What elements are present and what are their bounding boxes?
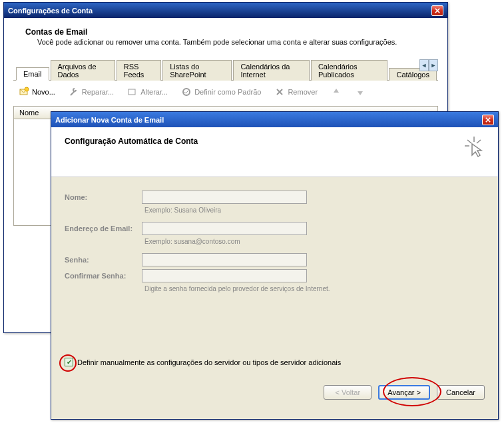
new-icon	[19, 87, 29, 97]
tab-scroll-arrows: ◄ ►	[419, 59, 438, 71]
tab-email[interactable]: Email	[16, 67, 49, 81]
toolbar: Novo... Reparar... Alterar... Definir co…	[13, 81, 438, 103]
new-button[interactable]: Novo...	[16, 85, 58, 99]
name-label: Nome:	[65, 193, 142, 201]
section-description: Você pode adicionar ou remover uma conta…	[37, 38, 438, 46]
password-field[interactable]	[142, 253, 307, 266]
arrow-up-icon	[331, 87, 342, 97]
email-field[interactable]	[142, 222, 307, 235]
back-button[interactable]: < Voltar	[324, 385, 372, 400]
wizard-body: Nome: Exemplo: Susana Oliveira Endereço …	[51, 177, 498, 377]
default-icon	[181, 87, 192, 97]
checkmark-icon: ✔	[67, 359, 72, 366]
checkbox-label: Definir manualmente as configurações do …	[77, 358, 341, 366]
remove-button[interactable]: Remover	[272, 85, 320, 99]
move-down-button[interactable]	[352, 85, 368, 99]
password-label: Senha:	[65, 256, 142, 264]
next-button[interactable]: Avançar >	[378, 385, 430, 400]
wizard-title: Configuração Automática de Conta	[65, 137, 198, 158]
svg-point-3	[183, 89, 190, 95]
name-field[interactable]	[142, 191, 307, 204]
change-label: Alterar...	[140, 88, 168, 96]
arrow-down-icon	[355, 87, 366, 97]
default-label: Definir como Padrão	[194, 88, 261, 96]
close-button[interactable]	[431, 5, 443, 16]
repair-icon	[69, 87, 79, 97]
remove-label: Remover	[288, 88, 318, 96]
titlebar[interactable]: Configurações de Conta	[4, 3, 447, 18]
add-email-account-window: Adicionar Nova Conta de Email Configuraç…	[51, 111, 499, 420]
section-title: Contas de Email	[25, 27, 438, 37]
svg-rect-2	[128, 89, 135, 95]
set-default-button[interactable]: Definir como Padrão	[178, 85, 264, 99]
window-title: Adicionar Nova Conta de Email	[55, 116, 164, 124]
checkbox-box: ✔	[65, 358, 73, 366]
cancel-button[interactable]: Cancelar	[437, 385, 485, 400]
close-button[interactable]	[482, 115, 494, 125]
svg-point-1	[25, 87, 29, 91]
tab-sharepoint[interactable]: Listas do SharePoint	[162, 60, 232, 81]
tabstrip: Email Arquivos de Dados RSS Feeds Listas…	[13, 59, 438, 81]
tab-published-cal[interactable]: Calendários Publicados	[311, 60, 388, 81]
tab-internet-cal[interactable]: Calendários da Internet	[233, 60, 310, 81]
cursor-click-icon	[463, 137, 485, 158]
close-icon	[435, 8, 440, 13]
change-icon	[127, 87, 138, 97]
window-title: Configurações de Conta	[8, 7, 93, 15]
move-up-button[interactable]	[328, 85, 344, 99]
email-hint: Exemplo: susana@contoso.com	[144, 238, 485, 245]
new-label: Novo...	[32, 88, 55, 96]
change-button[interactable]: Alterar...	[125, 85, 170, 99]
remove-icon	[274, 87, 285, 97]
password-hint: Digite a senha fornecida pelo provedor d…	[144, 285, 485, 292]
confirm-password-label: Confirmar Senha:	[65, 272, 142, 280]
close-icon	[485, 117, 491, 123]
manual-config-checkbox[interactable]: ✔ Definir manualmente as configurações d…	[65, 358, 341, 366]
email-label: Endereço de Email:	[65, 224, 142, 232]
repair-button[interactable]: Reparar...	[66, 85, 117, 99]
svg-line-6	[477, 140, 481, 143]
repair-label: Reparar...	[82, 88, 114, 96]
wizard-footer: < Voltar Avançar > Cancelar	[51, 377, 498, 408]
name-hint: Exemplo: Susana Oliveira	[144, 207, 485, 214]
confirm-password-field[interactable]	[142, 269, 307, 282]
titlebar[interactable]: Adicionar Nova Conta de Email	[51, 112, 498, 127]
svg-line-5	[467, 140, 471, 143]
wizard-header: Configuração Automática de Conta	[51, 127, 498, 177]
tab-rss[interactable]: RSS Feeds	[117, 60, 162, 81]
tab-scroll-left[interactable]: ◄	[419, 59, 429, 71]
tab-data-files[interactable]: Arquivos de Dados	[51, 60, 115, 81]
tab-scroll-right[interactable]: ►	[429, 59, 438, 71]
